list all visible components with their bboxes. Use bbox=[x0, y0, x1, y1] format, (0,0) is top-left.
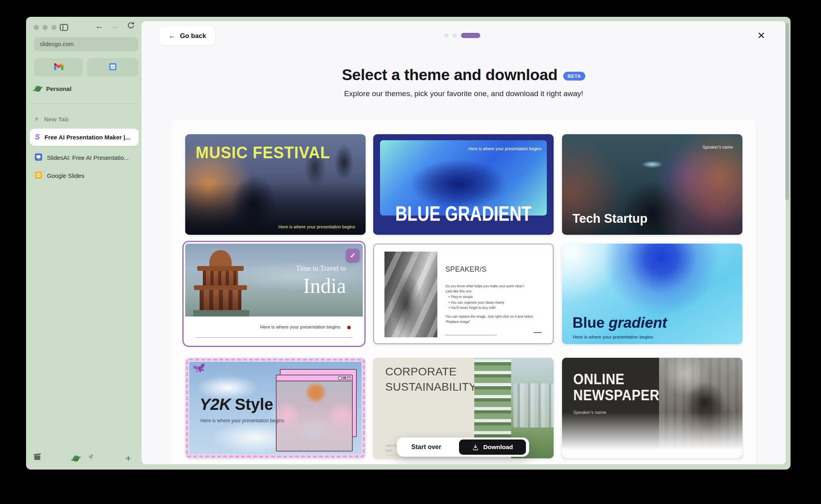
step-indicator bbox=[444, 33, 480, 38]
tab-google-slides[interactable]: Google Slides bbox=[30, 167, 139, 184]
theme-title: Tech Startup bbox=[572, 212, 647, 226]
tab-free-ai-presentation-maker[interactable]: S Free AI Presentation Maker |... bbox=[30, 129, 139, 146]
theme-card-blue-gradient-light[interactable]: Bluegradient Here is where your presenta… bbox=[562, 244, 742, 344]
footer-rule bbox=[196, 337, 352, 338]
shortcut-calendar[interactable]: 17 bbox=[87, 58, 138, 77]
themes-panel: MUSIC FESTIVAL Here is where your presen… bbox=[170, 119, 757, 464]
page-subtitle: Explore our themes, pick your favorite o… bbox=[142, 89, 786, 98]
theme-card-travel-india-selected[interactable]: Time to Travel to India Here is where yo… bbox=[182, 241, 366, 347]
traffic-light-close[interactable] bbox=[34, 25, 39, 30]
space-label: Personal bbox=[46, 85, 71, 92]
back-arrow-icon: ← bbox=[168, 32, 176, 40]
step-dot-1 bbox=[444, 33, 449, 38]
gmail-icon bbox=[54, 63, 63, 72]
theme-card-online-newspaper[interactable]: ONLINE NEWSPAPER Speaker's name bbox=[562, 358, 742, 458]
space-planet-icon[interactable] bbox=[72, 455, 80, 462]
beta-badge: BETA bbox=[563, 72, 586, 81]
page-title: Select a theme and downloadBETA bbox=[142, 66, 786, 84]
sidebar: ← → slidesgo.com bbox=[26, 17, 142, 470]
action-bar: Start over Download bbox=[397, 437, 529, 457]
download-button[interactable]: Download bbox=[459, 439, 526, 455]
slidesai-icon bbox=[35, 153, 42, 162]
planet-icon bbox=[34, 85, 42, 93]
speaker-photo bbox=[384, 252, 437, 337]
theme-title: ONLINE NEWSPAPER bbox=[573, 371, 669, 404]
slide-body-text: Do you know what helps you make your poi… bbox=[445, 284, 541, 325]
theme-title: India bbox=[303, 274, 346, 298]
space-selector[interactable]: Personal bbox=[34, 85, 71, 93]
new-tab-button[interactable]: + New Tab bbox=[34, 115, 69, 123]
india-photo: Time to Travel to India bbox=[185, 244, 363, 317]
temple-illustration bbox=[193, 250, 249, 317]
traffic-light-minimize[interactable] bbox=[42, 25, 48, 30]
svg-text:17: 17 bbox=[111, 65, 114, 69]
slide-preview: Time to Travel to India Here is where yo… bbox=[185, 244, 363, 344]
purple-dash bbox=[534, 332, 542, 333]
reload-icon[interactable] bbox=[125, 21, 137, 32]
theme-card-music-festival[interactable]: MUSIC FESTIVAL Here is where your presen… bbox=[185, 134, 366, 235]
library-icon[interactable] bbox=[33, 453, 41, 462]
slide-footer: Here is where your presentation begins bbox=[185, 317, 363, 344]
step-dot-2 bbox=[453, 33, 457, 38]
sidebar-divider bbox=[30, 103, 138, 104]
go-back-button[interactable]: ← Go back bbox=[160, 26, 215, 45]
start-over-button[interactable]: Start over bbox=[411, 444, 441, 451]
new-space-plus-icon[interactable]: + bbox=[125, 453, 131, 464]
sidebar-toggle-icon[interactable] bbox=[60, 24, 68, 31]
google-slides-icon bbox=[35, 171, 42, 180]
close-icon[interactable]: ✕ bbox=[754, 28, 768, 43]
plus-icon: + bbox=[34, 115, 39, 123]
theme-title: BLUE GRADIENT bbox=[384, 201, 543, 226]
speaker-name: Speaker's name bbox=[702, 145, 733, 149]
theme-title: SPEAKER/S bbox=[445, 265, 487, 274]
slidesgo-icon: S bbox=[35, 133, 40, 141]
underline-rule bbox=[445, 335, 497, 335]
theme-tagline: Here is where your presentation begins bbox=[260, 325, 340, 329]
theme-title: Bluegradient bbox=[572, 314, 667, 331]
red-dot bbox=[347, 326, 351, 329]
theme-title: MUSIC FESTIVAL bbox=[196, 143, 330, 162]
theme-tagline: Here is where your presentation begins bbox=[573, 335, 653, 339]
rocket-icon[interactable] bbox=[87, 453, 95, 462]
retro-window: –▣✕ bbox=[276, 375, 353, 452]
screen: ← → slidesgo.com bbox=[0, 0, 821, 504]
bottom-fade bbox=[562, 412, 742, 458]
browser-window: ← → slidesgo.com bbox=[26, 17, 791, 470]
url-text: slidesgo.com bbox=[40, 41, 74, 47]
traffic-light-zoom[interactable] bbox=[51, 25, 57, 30]
selected-check-icon: ✓ bbox=[346, 249, 360, 262]
theme-picker-modal: ← Go back ✕ Select a theme and downloadB… bbox=[142, 21, 786, 464]
forward-icon: → bbox=[109, 21, 121, 31]
theme-card-speakers[interactable]: SPEAKER/S Do you know what helps you mak… bbox=[373, 244, 554, 344]
calendar-icon: 17 bbox=[109, 62, 117, 73]
theme-tagline: Here is where your presentation begins bbox=[468, 146, 542, 151]
theme-card-tech-startup[interactable]: Speaker's name Tech Startup bbox=[562, 134, 742, 235]
step-active-pill bbox=[461, 33, 480, 38]
theme-tagline: Here is where your presentation begins bbox=[279, 224, 355, 229]
theme-card-y2k-style[interactable]: –▣✕ Y2KStyle Here is where your presenta… bbox=[185, 358, 366, 458]
theme-pre-title: Time to Travel to bbox=[296, 264, 346, 273]
url-bar[interactable]: slidesgo.com bbox=[34, 37, 138, 51]
fairy-photo bbox=[277, 381, 352, 451]
download-icon bbox=[472, 444, 479, 451]
shortcut-gmail[interactable] bbox=[34, 58, 83, 77]
theme-card-blue-gradient[interactable]: Here is where your presentation begins B… bbox=[373, 134, 554, 235]
retro-window-titlebar: –▣✕ bbox=[277, 375, 352, 381]
back-icon[interactable]: ← bbox=[93, 21, 105, 31]
theme-tagline: Here is where your presentation begins bbox=[200, 418, 284, 423]
theme-title: Y2KStyle bbox=[200, 395, 273, 413]
scrollbar[interactable] bbox=[785, 23, 789, 200]
tab-slidesai[interactable]: SlidesAI: Free AI Presentatio... bbox=[30, 149, 139, 166]
